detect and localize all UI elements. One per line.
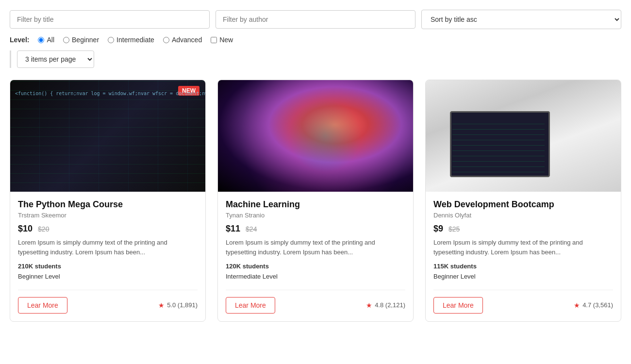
filter-by-title-input[interactable] [10, 10, 210, 29]
level-option-all-label: All [47, 36, 54, 44]
course-card-1-footer: Lear More ★ 5.0 (1,891) [18, 290, 198, 314]
level-option-advanced-label: Advanced [172, 36, 202, 44]
course-card-3: Web Development Bootcamp Dennis Olyfat $… [425, 80, 621, 322]
course-card-2-author: Tynan Stranio [226, 212, 405, 219]
course-card-3-body: Web Development Bootcamp Dennis Olyfat $… [426, 192, 621, 321]
level-option-intermediate[interactable]: Intermediate [108, 36, 154, 44]
course-card-2-rating-value: 4.8 (2,121) [375, 301, 405, 309]
course-card-3-students: 115K students [433, 262, 613, 272]
level-option-all[interactable]: All [38, 36, 54, 44]
course-card-2-desc: Lorem Ipsum is simply dummy text of the … [226, 238, 405, 257]
level-radio-all[interactable] [38, 37, 44, 43]
course-card-1-image: NEW [10, 80, 205, 192]
items-per-page-row: 3 items per page 6 items per page 9 item… [10, 50, 621, 68]
course-card-1-price: $10 $20 [18, 224, 198, 234]
course-card-3-author: Dennis Olyfat [433, 212, 613, 219]
course-card-1-students: 210K students [18, 262, 198, 272]
learn-more-button-3[interactable]: Lear More [433, 297, 483, 314]
course-card-3-level: Beginner Level [433, 272, 613, 282]
course-card-2: Machine Learning Tynan Stranio $11 $24 L… [217, 80, 414, 322]
filters-row: Sort by title asc [10, 10, 621, 29]
level-option-new-label: New [219, 36, 233, 44]
course-card-2-current-price: $11 [226, 224, 240, 233]
items-per-page-select[interactable]: 3 items per page 6 items per page 9 item… [17, 50, 94, 68]
star-icon-1: ★ [158, 301, 165, 309]
star-icon-2: ★ [366, 301, 372, 309]
course-card-2-students: 120K students [226, 262, 405, 272]
level-radio-advanced[interactable] [163, 37, 169, 43]
learn-more-button-2[interactable]: Lear More [226, 297, 275, 314]
course-card-3-original-price: $25 [448, 225, 460, 233]
course-card-3-title: Web Development Bootcamp [433, 199, 613, 210]
level-radio-intermediate[interactable] [108, 37, 114, 43]
level-checkbox-new[interactable] [211, 37, 217, 43]
level-option-intermediate-label: Intermediate [116, 36, 154, 44]
course-card-2-rating: ★ 4.8 (2,121) [366, 301, 405, 309]
level-option-beginner-label: Beginner [72, 36, 99, 44]
course-card-3-desc: Lorem Ipsum is simply dummy text of the … [433, 238, 613, 257]
course-card-1-author: Trstram Skeemor [18, 212, 198, 219]
course-card-2-title: Machine Learning [226, 199, 405, 210]
level-filter-row: Level: All Beginner Intermediate Advance… [10, 36, 621, 44]
course-card-3-meta: 115K students Beginner Level [433, 262, 613, 282]
sort-select[interactable]: Sort by title asc [421, 10, 621, 29]
course-card-1-meta: 210K students Beginner Level [18, 262, 198, 282]
course-card-2-price: $11 $24 [226, 224, 405, 234]
course-card-1-title: The Python Mega Course [18, 199, 198, 210]
course-card-3-rating: ★ 4.7 (3,561) [574, 301, 613, 309]
learn-more-button-1[interactable]: Lear More [18, 297, 67, 314]
course-card-1-rating-value: 5.0 (1,891) [167, 301, 198, 309]
course-card-2-meta: 120K students Intermediate Level [226, 262, 405, 282]
course-card-1-level: Beginner Level [18, 272, 198, 282]
course-card-3-footer: Lear More ★ 4.7 (3,561) [433, 290, 613, 314]
course-card-1: NEW The Python Mega Course Trstram Skeem… [10, 80, 206, 322]
course-card-1-body: The Python Mega Course Trstram Skeemor $… [10, 192, 205, 321]
course-card-1-current-price: $10 [18, 224, 33, 233]
star-icon-3: ★ [574, 301, 580, 309]
course-card-2-image [218, 80, 413, 192]
course-card-3-price: $9 $25 [433, 224, 613, 234]
level-option-advanced[interactable]: Advanced [163, 36, 202, 44]
course-card-1-desc: Lorem Ipsum is simply dummy text of the … [18, 238, 198, 257]
course-card-3-current-price: $9 [433, 224, 443, 233]
course-card-3-rating-value: 4.7 (3,561) [582, 301, 613, 309]
filter-by-author-input[interactable] [216, 10, 415, 29]
level-label: Level: [10, 36, 29, 44]
course-card-2-level: Intermediate Level [226, 272, 405, 282]
courses-grid: NEW The Python Mega Course Trstram Skeem… [10, 80, 621, 322]
course-card-1-rating: ★ 5.0 (1,891) [158, 301, 198, 309]
course-card-3-image [426, 80, 621, 192]
course-card-1-original-price: $20 [38, 225, 49, 233]
level-option-new[interactable]: New [211, 36, 233, 44]
course-card-2-footer: Lear More ★ 4.8 (2,121) [226, 290, 405, 314]
new-badge-1: NEW [178, 86, 199, 96]
level-option-beginner[interactable]: Beginner [63, 36, 99, 44]
course-card-2-body: Machine Learning Tynan Stranio $11 $24 L… [218, 192, 413, 321]
course-card-2-original-price: $24 [246, 225, 257, 233]
level-radio-beginner[interactable] [63, 37, 69, 43]
